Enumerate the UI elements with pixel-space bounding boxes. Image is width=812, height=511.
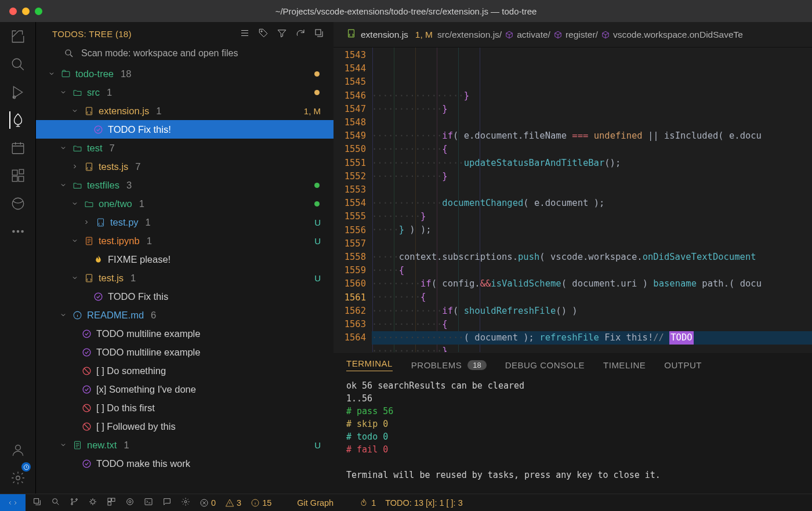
tree-file-new-txt[interactable]: new.txt 1 U [36,436,334,454]
file-icon [346,28,356,41]
svg-point-37 [71,499,73,501]
status-search-icon[interactable] [51,497,60,508]
calendar-icon[interactable] [9,139,27,157]
list-view-icon[interactable] [240,28,250,40]
sidebar-header: TODOS: TREE (18) [36,22,334,45]
status-fixme[interactable]: 1 [359,498,376,508]
tree-item[interactable]: [ ] Do this first [36,398,334,417]
activity-bar [0,22,36,494]
tab-problems[interactable]: PROBLEMS [411,360,462,370]
svg-point-33 [83,460,90,467]
tab-timeline[interactable]: TIMELINE [603,360,646,370]
svg-point-24 [95,293,102,300]
tree-item[interactable]: [ ] Followed by this [36,417,334,436]
tree-folder-src[interactable]: src 1 [36,83,334,102]
code-editor[interactable]: 1543154415451546154715481549155015511552… [334,48,812,352]
refresh-icon[interactable] [295,28,306,40]
scan-mode-row[interactable]: Scan mode: workspace and open files [36,45,334,64]
tree-fixme[interactable]: FIXME please! [36,250,334,269]
svg-rect-15 [316,30,321,35]
tree-folder-test[interactable]: test 7 [36,139,334,157]
svg-rect-23 [86,274,92,282]
tree-item[interactable]: TODO multiline example [36,343,334,361]
status-todo-counts[interactable]: TODO: 13 [x]: 1 [ ]: 3 [385,498,463,508]
tree-item[interactable]: TODO make this work [36,454,334,473]
tree-item[interactable]: [ ] Do something [36,361,334,380]
svg-point-14 [261,31,262,32]
problems-badge: 18 [467,360,486,370]
tree-file-test-ipynb[interactable]: test.ipynb 1 U [36,231,334,250]
run-debug-icon[interactable] [9,84,27,101]
svg-point-38 [71,503,73,505]
tree-file-test-py[interactable]: test.py 1 U [36,213,334,231]
filter-icon[interactable] [277,28,287,40]
status-terminal-icon[interactable] [144,497,153,508]
status-debug-icon[interactable] [88,497,97,508]
tab-debug-console[interactable]: DEBUG CONSOLE [505,360,585,370]
minimize-window-button[interactable] [22,8,30,15]
svg-rect-6 [19,169,24,174]
more-icon[interactable] [9,223,27,240]
editor-tabbar: extension.js 1, M src/extension.js/ acti… [334,22,812,48]
svg-point-40 [91,500,95,504]
account-icon[interactable] [9,441,27,459]
tree-file-extension-js[interactable]: extension.js 1 1, M [36,102,334,120]
status-chat-icon[interactable] [162,497,172,508]
tree-folder-onetwo[interactable]: one/two 1 [36,194,334,213]
maximize-window-button[interactable] [35,8,42,15]
svg-rect-20 [86,163,92,171]
code-lines[interactable]: ·················}·············}········… [372,48,812,352]
status-icon[interactable] [32,497,42,508]
svg-rect-43 [108,502,111,505]
tree-file-readme[interactable]: README.md 6 [36,306,334,324]
untracked-dot-icon [314,201,320,206]
collapse-icon[interactable] [314,28,324,40]
sidebar-title: TODOS: TREE (18) [52,29,132,39]
tree-todo-fix2[interactable]: TODO Fix this [36,287,334,306]
extensions-icon[interactable] [9,167,27,184]
window-title: ~/Projects/vscode-extensions/todo-tree/s… [276,6,537,16]
todo-tree-icon[interactable] [9,111,27,129]
bottom-panel: TERMINAL PROBLEMS 18 DEBUG CONSOLE TIMEL… [334,352,812,494]
terminal-output[interactable]: ok 56 searchResults can be cleared 1..56… [334,377,812,494]
sidebar: TODOS: TREE (18) Scan mode: workspace an… [36,22,334,494]
sync-badge-icon [21,462,31,472]
tree-file-tests-js[interactable]: tests.js 7 [36,157,334,176]
svg-point-19 [95,126,102,133]
status-branch-icon[interactable] [70,497,79,508]
status-git-graph[interactable]: Git Graph [297,498,334,508]
status-info[interactable]: 15 [251,498,271,508]
tab-terminal[interactable]: TERMINAL [346,358,393,371]
modified-dot-icon [314,71,320,77]
svg-rect-18 [86,107,92,115]
svg-point-9 [17,230,19,232]
remote-button[interactable] [0,494,26,512]
tab-output[interactable]: OUTPUT [664,360,702,370]
explorer-icon[interactable] [9,28,27,45]
tree-item[interactable]: TODO multiline example [36,324,334,343]
chevron-down-icon[interactable] [48,70,56,77]
tree-item[interactable]: [x] Something I've done [36,380,334,398]
svg-rect-3 [12,170,17,175]
status-errors[interactable]: 0 [200,498,216,508]
tag-icon[interactable] [258,28,269,40]
settings-gear-icon[interactable] [9,469,27,487]
svg-point-47 [184,501,187,503]
tree-folder-testfiles[interactable]: testfiles 3 [36,176,334,194]
breadcrumb[interactable]: src/extension.js/ activate/ register/ vs… [437,30,743,40]
editor-tab[interactable]: extension.js 1, M [361,30,433,40]
tree-file-test-js[interactable]: test.js 1 U [36,269,334,287]
status-target-icon[interactable] [125,497,135,508]
status-layout-icon[interactable] [107,497,116,508]
untracked-dot-icon [314,183,320,188]
search-icon[interactable] [9,56,27,73]
status-warnings[interactable]: 3 [225,498,241,508]
line-gutter: 1543154415451546154715481549155015511552… [334,48,372,352]
status-gear-icon[interactable] [181,497,190,508]
close-window-button[interactable] [9,8,17,15]
tree-root[interactable]: todo-tree 18 [36,64,334,83]
sphere-icon[interactable] [9,195,27,212]
svg-rect-21 [97,219,103,226]
tree-todo-selected[interactable]: TODO Fix this! [36,120,334,139]
window-controls [9,8,42,15]
